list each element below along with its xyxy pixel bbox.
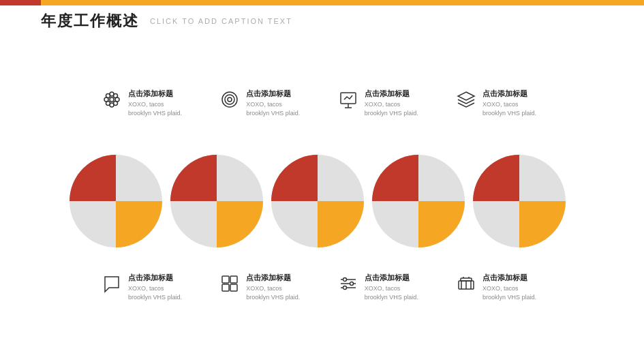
svg-point-11 (228, 97, 232, 102)
top-icon-title-4[interactable]: 点击添加标题 (482, 89, 536, 99)
svg-point-8 (114, 102, 118, 106)
bottom-icon-item-2: 点击添加标题 XOXO, tacosbrooklyn VHS plaid. (219, 273, 328, 301)
top-icon-desc-2: XOXO, tacosbrooklyn VHS plaid. (246, 100, 300, 117)
bottom-icon-item-4: 点击添加标题 XOXO, tacosbrooklyn VHS plaid. (455, 273, 564, 301)
bottom-icon-desc-2: XOXO, tacosbrooklyn VHS plaid. (246, 284, 300, 301)
top-icon-row: 点击添加标题 XOXO, tacosbrooklyn VHS plaid. 点击… (101, 89, 564, 117)
top-icon-title-2[interactable]: 点击添加标题 (246, 89, 300, 99)
pie-chart-row (68, 153, 567, 249)
top-icon-item-1: 点击添加标题 XOXO, tacosbrooklyn VHS plaid. (101, 89, 210, 117)
bottom-icon-item-1: 点击添加标题 XOXO, tacosbrooklyn VHS plaid. (101, 273, 210, 301)
sliders-icon (337, 273, 359, 295)
svg-point-10 (225, 95, 234, 104)
bottom-icon-desc-4: XOXO, tacosbrooklyn VHS plaid. (482, 284, 536, 301)
bottom-icon-title-1[interactable]: 点击添加标题 (128, 273, 182, 283)
bottom-icon-item-3: 点击添加标题 XOXO, tacosbrooklyn VHS plaid. (337, 273, 446, 301)
svg-point-30 (343, 286, 346, 290)
bottom-icon-desc-1: XOXO, tacosbrooklyn VHS plaid. (128, 284, 182, 301)
bottom-icon-text-3: 点击添加标题 XOXO, tacosbrooklyn VHS plaid. (365, 273, 418, 301)
layers-icon (455, 89, 477, 110)
svg-point-6 (114, 94, 118, 98)
header: 年度工作概述 CLICK TO ADD CAPTION TEXT (41, 11, 292, 31)
bottom-icon-row: 点击添加标题 XOXO, tacosbrooklyn VHS plaid. 点击… (101, 273, 564, 301)
top-icon-desc-4: XOXO, tacosbrooklyn VHS plaid. (482, 100, 536, 117)
svg-point-7 (106, 102, 110, 106)
tools-icon (455, 273, 477, 295)
grid-icon (219, 273, 241, 295)
bottom-icon-text-2: 点击添加标题 XOXO, tacosbrooklyn VHS plaid. (246, 273, 300, 301)
top-icon-text-3: 点击添加标题 XOXO, tacosbrooklyn VHS plaid. (365, 89, 418, 117)
svg-point-5 (106, 94, 110, 98)
svg-rect-24 (230, 284, 237, 291)
top-icon-desc-3: XOXO, tacosbrooklyn VHS plaid. (365, 100, 418, 117)
pie-chart-2 (169, 153, 264, 249)
svg-rect-23 (222, 284, 229, 291)
chat-icon (101, 273, 123, 295)
presentation-icon (337, 89, 359, 110)
svg-rect-22 (230, 276, 237, 283)
page-title: 年度工作概述 (41, 11, 139, 31)
caption-text[interactable]: CLICK TO ADD CAPTION TEXT (150, 17, 292, 25)
bottom-icon-title-3[interactable]: 点击添加标题 (365, 273, 418, 283)
svg-marker-15 (458, 92, 474, 100)
top-icon-title-3[interactable]: 点击添加标题 (365, 89, 418, 99)
top-bar-yellow (41, 0, 644, 5)
top-icon-item-3: 点击添加标题 XOXO, tacosbrooklyn VHS plaid. (337, 89, 446, 117)
svg-point-28 (343, 278, 346, 282)
bottom-icon-text-1: 点击添加标题 XOXO, tacosbrooklyn VHS plaid. (128, 273, 182, 301)
top-icon-text-2: 点击添加标题 XOXO, tacosbrooklyn VHS plaid. (246, 89, 300, 117)
top-icon-desc-1: XOXO, tacosbrooklyn VHS plaid. (128, 100, 182, 117)
pie-chart-1 (68, 153, 164, 249)
bottom-icon-text-4: 点击添加标题 XOXO, tacosbrooklyn VHS plaid. (482, 273, 536, 301)
top-bar-red (0, 0, 41, 5)
bottom-icon-desc-3: XOXO, tacosbrooklyn VHS plaid. (365, 284, 418, 301)
top-icon-title-1[interactable]: 点击添加标题 (128, 89, 182, 99)
pie-chart-4 (371, 153, 466, 249)
svg-rect-35 (461, 278, 472, 281)
pie-chart-5 (472, 153, 567, 249)
svg-point-0 (110, 97, 114, 102)
top-icon-text-4: 点击添加标题 XOXO, tacosbrooklyn VHS plaid. (482, 89, 536, 117)
top-icon-item-4: 点击添加标题 XOXO, tacosbrooklyn VHS plaid. (455, 89, 564, 117)
pie-chart-3 (270, 153, 365, 249)
bottom-icon-title-4[interactable]: 点击添加标题 (482, 273, 536, 283)
bottom-icon-title-2[interactable]: 点击添加标题 (246, 273, 300, 283)
top-icon-item-2: 点击添加标题 XOXO, tacosbrooklyn VHS plaid. (219, 89, 328, 117)
svg-rect-21 (222, 276, 229, 283)
svg-point-29 (350, 282, 353, 286)
flower-icon (101, 89, 123, 110)
top-icon-text-1: 点击添加标题 XOXO, tacosbrooklyn VHS plaid. (128, 89, 182, 117)
target-icon (219, 89, 241, 110)
